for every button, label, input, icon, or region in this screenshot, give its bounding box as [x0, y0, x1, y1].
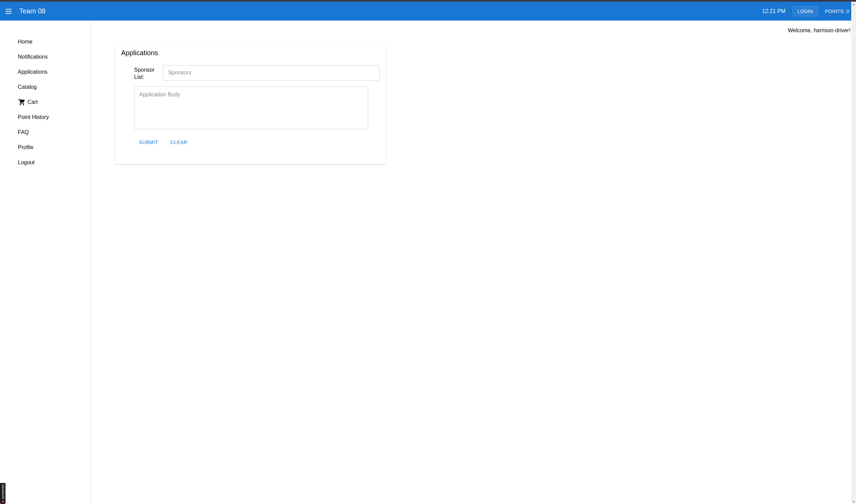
applications-card: Applications Sponsor List: Sponsors SUBM…: [115, 43, 386, 164]
sidebar-item-label: Applications: [18, 69, 47, 75]
sidebar-item-point-history[interactable]: Point History: [0, 110, 91, 125]
time-display: 12:21 PM: [762, 8, 785, 14]
card-title: Applications: [121, 49, 380, 57]
sponsor-select[interactable]: Sponsors: [163, 65, 380, 81]
sponsor-list-label: Sponsor List:: [134, 65, 163, 81]
welcome-message: Welcome, harrison-driver!: [788, 27, 851, 34]
main-content: Welcome, harrison-driver! Applications S…: [91, 21, 856, 504]
points-display: POINTS: 0: [825, 9, 849, 14]
sidebar-item-faq[interactable]: FAQ: [0, 125, 91, 140]
clear-button[interactable]: CLEAR: [168, 137, 190, 147]
sidebar-item-cart[interactable]: Cart: [0, 95, 91, 110]
sidebar-item-applications[interactable]: Applications: [0, 64, 91, 80]
submit-button[interactable]: SUBMIT: [136, 137, 161, 147]
sidebar-item-logout[interactable]: Logout: [0, 155, 91, 170]
record-dot-icon: [2, 501, 4, 503]
app-bar: Team 08 12:21 PM LOGIN POINTS: 0: [0, 2, 856, 21]
sidebar-item-label: Cart: [27, 99, 38, 105]
sidebar-item-profile[interactable]: Profile: [0, 140, 91, 155]
sidebar-item-label: Profile: [18, 144, 33, 151]
hamburger-menu-icon[interactable]: [5, 7, 14, 15]
sponsor-placeholder: Sponsors: [168, 70, 191, 75]
app-title: Team 08: [19, 7, 46, 15]
cart-icon: [18, 98, 26, 106]
sidebar-item-label: Catalog: [18, 84, 37, 90]
scrollbar-up-icon[interactable]: ▲: [851, 2, 856, 7]
scrollbar-down-icon[interactable]: ▼: [851, 499, 856, 504]
sidebar-item-label: FAQ: [18, 129, 29, 135]
vertical-scrollbar[interactable]: ▲ ▼: [851, 2, 856, 504]
sidebar-item-label: Home: [18, 39, 33, 45]
screen-recording-badge[interactable]: screenre: [0, 483, 5, 504]
application-body-textarea[interactable]: [134, 86, 368, 129]
sidebar-item-label: Point History: [18, 114, 49, 120]
badge-label: screenre: [1, 484, 5, 499]
sidebar-item-notifications[interactable]: Notifications: [0, 49, 91, 64]
sidebar: Home Notifications Applications Catalog …: [0, 21, 91, 504]
login-button[interactable]: LOGIN: [793, 6, 818, 16]
sidebar-item-catalog[interactable]: Catalog: [0, 80, 91, 95]
sidebar-item-label: Notifications: [18, 54, 48, 60]
sidebar-item-home[interactable]: Home: [0, 34, 91, 49]
sidebar-item-label: Logout: [18, 159, 35, 166]
